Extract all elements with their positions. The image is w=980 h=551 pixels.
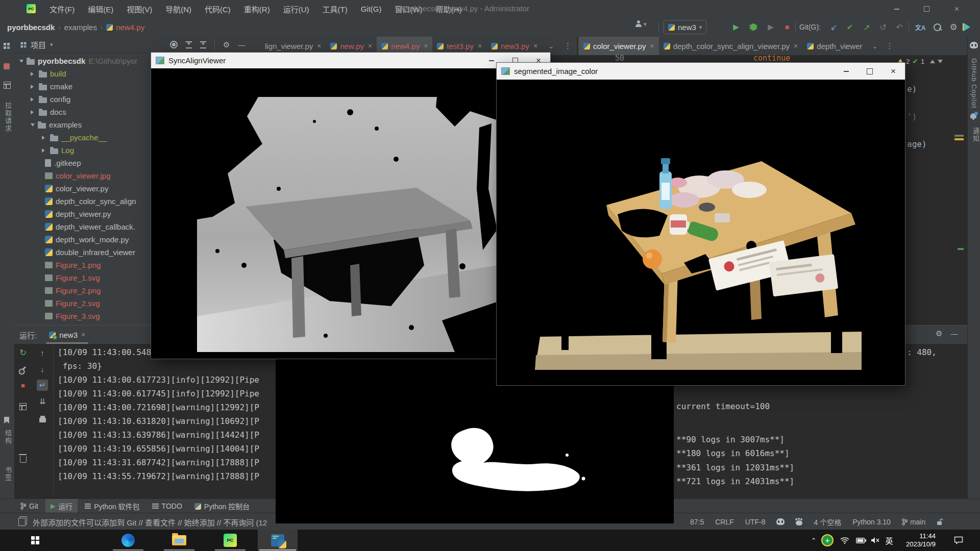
toolwindow-python-packages[interactable]: Python 软件包 bbox=[80, 499, 144, 513]
user-widget[interactable]: ▾ bbox=[635, 20, 647, 28]
git-rollback-button[interactable]: ↶ bbox=[892, 20, 906, 34]
tray-battery-icon[interactable] bbox=[853, 530, 869, 551]
debug-button[interactable] bbox=[746, 20, 761, 34]
soft-wrap-button[interactable]: ↵ bbox=[37, 380, 48, 391]
run-button[interactable]: ▶ bbox=[729, 20, 743, 34]
close-button[interactable]: × bbox=[945, 0, 968, 18]
tree-row[interactable]: Figure_1.svg bbox=[45, 271, 100, 284]
menu-navigate[interactable]: 导航(N) bbox=[159, 0, 198, 18]
settings-wrench-button[interactable] bbox=[17, 363, 29, 374]
tab-depth-viewer[interactable]: depth_viewer bbox=[802, 37, 867, 55]
git-update-button[interactable]: ↙ bbox=[827, 20, 841, 34]
hide-panel-icon[interactable]: — bbox=[950, 330, 958, 338]
menu-view[interactable]: 视图(V) bbox=[120, 0, 159, 18]
line-ending[interactable]: CRLF bbox=[715, 518, 734, 526]
sidebar-item-pull-requests[interactable]: 拉取请求 bbox=[3, 102, 13, 133]
toolwindow-todo[interactable]: TODO bbox=[147, 499, 187, 513]
expand-all-icon[interactable] bbox=[186, 41, 192, 48]
tray-ime-language[interactable]: 英 bbox=[882, 530, 896, 551]
menu-code[interactable]: 代码(C) bbox=[198, 0, 237, 18]
git-commit-button[interactable]: ✔ bbox=[843, 20, 857, 34]
menu-file[interactable]: 文件(F) bbox=[43, 0, 81, 18]
git-branch-widget[interactable]: main bbox=[902, 518, 925, 526]
menu-tools[interactable]: 工具(T) bbox=[315, 0, 354, 18]
tray-antivirus-icon[interactable]: + bbox=[820, 530, 835, 551]
tray-expand-chevron[interactable]: ⌃ bbox=[806, 530, 821, 551]
tree-row[interactable]: depth_viewer_callback. bbox=[45, 220, 135, 233]
tree-row[interactable]: __pycache__ bbox=[42, 131, 107, 144]
tree-row[interactable]: color_viewer.py bbox=[45, 182, 108, 195]
caret-position[interactable]: 87:5 bbox=[690, 518, 704, 526]
plugin-logo-icon[interactable] bbox=[962, 20, 976, 34]
tree-row[interactable]: examples bbox=[31, 118, 82, 131]
taskbar-edge[interactable] bbox=[110, 530, 146, 551]
maximize-button[interactable] bbox=[858, 63, 881, 80]
commit-tool-icon[interactable] bbox=[4, 63, 10, 69]
tree-row[interactable]: config bbox=[31, 93, 70, 106]
window-title-bar[interactable]: segmented_image_color × bbox=[497, 63, 905, 80]
tab-list-chevron-icon[interactable]: ⌄ bbox=[867, 42, 883, 50]
window-title-bar[interactable]: SyncAlignViewer × bbox=[151, 53, 550, 68]
close-icon[interactable]: × bbox=[368, 42, 372, 50]
tree-row[interactable]: Figure_1.png bbox=[45, 259, 101, 271]
close-icon[interactable]: × bbox=[794, 42, 798, 50]
settings-button[interactable]: ⚙ bbox=[946, 20, 961, 34]
start-button[interactable] bbox=[23, 530, 47, 551]
next-item-icon[interactable] bbox=[938, 60, 943, 63]
notifications-button[interactable] bbox=[970, 113, 976, 118]
console-settings-gear-icon[interactable]: ⚙ bbox=[936, 329, 942, 338]
segmented-image-window[interactable]: segmented_image_color × bbox=[497, 63, 905, 385]
tree-row[interactable]: double_infrared_viewer bbox=[45, 246, 135, 259]
notification-center-icon[interactable] bbox=[948, 530, 969, 551]
panel-options-gear-icon[interactable]: ⚙ bbox=[223, 40, 230, 49]
sync-align-viewer-window[interactable]: SyncAlignViewer × bbox=[151, 53, 550, 359]
taskbar-pycharm[interactable]: PC bbox=[212, 530, 248, 551]
github-copilot-icon[interactable] bbox=[970, 42, 978, 48]
taskbar-python-window-active[interactable] bbox=[258, 530, 298, 551]
run-tab-new3[interactable]: new3 × bbox=[46, 325, 88, 344]
tree-row[interactable]: cmake bbox=[31, 80, 72, 93]
close-icon[interactable]: × bbox=[478, 42, 482, 50]
project-tool-icon[interactable] bbox=[4, 43, 10, 49]
hide-panel-icon[interactable]: — bbox=[238, 41, 245, 49]
minimize-button[interactable] bbox=[835, 63, 858, 80]
print-button[interactable] bbox=[37, 413, 48, 424]
tree-row[interactable]: depth_viewer.py bbox=[45, 208, 111, 220]
status-message[interactable]: 外部添加的文件可以添加到 Git // 查看文件 // 始终添加 // 不再询问… bbox=[33, 517, 267, 528]
tree-row[interactable]: Log bbox=[42, 144, 74, 157]
close-icon[interactable]: × bbox=[533, 42, 537, 50]
unlock-icon[interactable] bbox=[937, 518, 943, 525]
tab-list-chevron-icon[interactable]: ⌄ bbox=[542, 42, 560, 50]
minimize-button[interactable] bbox=[885, 0, 908, 18]
sidebar-item-copilot[interactable]: GitHub Copilot bbox=[970, 58, 978, 109]
tree-row[interactable]: .gitkeep bbox=[45, 157, 81, 169]
tree-row[interactable]: Figure_3.svg bbox=[45, 310, 100, 322]
stop-button[interactable]: ■ bbox=[780, 20, 794, 34]
tray-wifi-icon[interactable] bbox=[837, 530, 852, 551]
tray-volume-muted-icon[interactable] bbox=[868, 530, 883, 551]
tab-color-viewer-py[interactable]: color_viewer.py× bbox=[579, 37, 659, 55]
clear-console-button[interactable] bbox=[17, 453, 29, 464]
tree-row[interactable]: depth_color_sync_align bbox=[45, 195, 136, 208]
menu-run[interactable]: 运行(U) bbox=[277, 0, 316, 18]
restore-layout-button[interactable] bbox=[17, 401, 29, 412]
python-interpreter[interactable]: Python 3.10 bbox=[852, 518, 891, 526]
rerun-button[interactable]: ↻ bbox=[17, 347, 29, 358]
close-icon[interactable]: × bbox=[81, 331, 85, 339]
close-button[interactable]: × bbox=[881, 63, 905, 80]
tree-row[interactable]: color_viewer.jpg bbox=[45, 169, 111, 182]
scroll-to-end-button[interactable]: ⇊ bbox=[37, 396, 48, 407]
translate-icon[interactable]: 文A bbox=[913, 20, 928, 34]
menu-edit[interactable]: 编辑(E) bbox=[81, 0, 120, 18]
plugin-paw-icon[interactable] bbox=[796, 520, 802, 525]
sidebar-item-notifications[interactable]: 通知 bbox=[971, 128, 980, 143]
tab-options-kebab-icon[interactable]: ⋮ bbox=[560, 41, 576, 51]
tree-row[interactable]: Figure_2.svg bbox=[45, 297, 100, 310]
down-stack-trace-button[interactable]: ↓ bbox=[37, 363, 48, 374]
collapse-all-icon[interactable] bbox=[200, 41, 206, 48]
toolwindow-run[interactable]: ▶ 运行 bbox=[45, 499, 78, 513]
breadcrumb-folder[interactable]: examples bbox=[64, 23, 97, 32]
close-icon[interactable]: × bbox=[650, 42, 654, 50]
close-icon[interactable]: × bbox=[317, 42, 321, 50]
git-history-button[interactable]: ↺ bbox=[876, 20, 890, 34]
